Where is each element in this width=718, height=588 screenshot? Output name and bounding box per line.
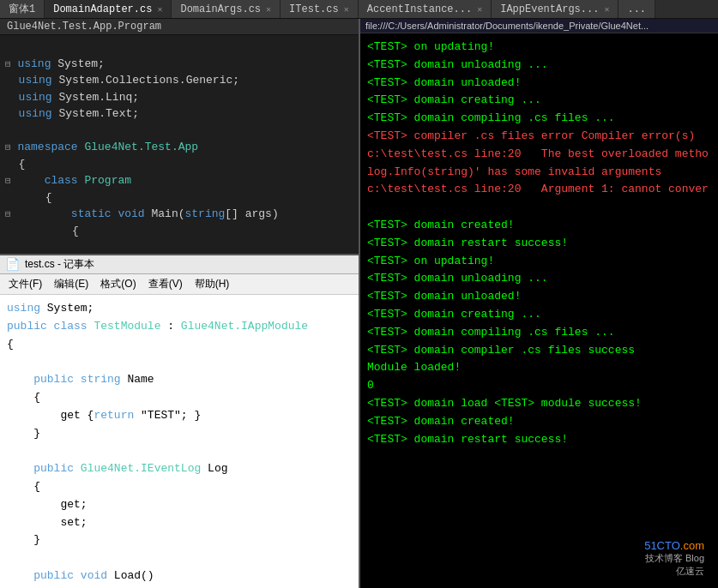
tab-iapp[interactable]: IAppEventArgs... ✕	[492, 0, 618, 18]
tab-label: ITest.cs	[289, 3, 339, 15]
menu-view[interactable]: 查看(V)	[143, 276, 188, 292]
menu-edit[interactable]: 编辑(E)	[49, 276, 94, 292]
watermark-tagline: 技术博客 Blog	[644, 552, 704, 565]
tab-label: ...	[627, 3, 646, 15]
notepad-menubar: 文件(F) 编辑(E) 格式(O) 查看(V) 帮助(H)	[0, 274, 359, 295]
editor-title-text: Glue4Net.Test.App.Program	[7, 21, 161, 33]
main-layout: Glue4Net.Test.App.Program ⊟ using System…	[0, 19, 718, 588]
tab-domain-args[interactable]: DomainArgs.cs ✕	[172, 0, 281, 18]
menu-help[interactable]: 帮助(H)	[190, 276, 235, 292]
watermark-brand: 亿速云	[644, 565, 704, 578]
tab-label: DomainAdapter.cs	[53, 3, 152, 15]
console-titlebar: file:///C:/Users/Administrator/Documents…	[360, 19, 718, 33]
notepad-section: 📄 test.cs - 记事本 文件(F) 编辑(E) 格式(O) 查看(V) …	[0, 254, 359, 588]
notepad-icon: 📄	[5, 257, 20, 272]
menu-file[interactable]: 文件(F)	[3, 276, 47, 292]
tab-close-icon[interactable]: ✕	[604, 4, 609, 15]
tab-more[interactable]: ...	[618, 0, 655, 18]
tab-bar: 窗体1 DomainAdapter.cs ✕ DomainArgs.cs ✕ I…	[0, 0, 718, 19]
tab-domain-adapter[interactable]: DomainAdapter.cs ✕	[45, 0, 172, 18]
console-output: <TEST> on updating! <TEST> domain unload…	[360, 33, 718, 588]
console-title: file:///C:/Users/Administrator/Documents…	[365, 21, 649, 31]
tab-close-icon[interactable]: ✕	[157, 4, 162, 15]
watermark-site: 51CTO.com	[644, 539, 704, 552]
tab-label: DomainArgs.cs	[180, 3, 261, 15]
watermark-com: .com	[680, 539, 704, 552]
editor-title: Glue4Net.Test.App.Program	[0, 19, 359, 35]
tab-label: 窗体1	[9, 2, 35, 16]
tab-itest[interactable]: ITest.cs ✕	[281, 0, 359, 18]
notepad-content[interactable]: using System; public class TestModule : …	[0, 295, 359, 588]
notepad-title: test.cs - 记事本	[25, 257, 94, 272]
watermark-51: 51CTO	[644, 539, 680, 552]
tab-close-icon[interactable]: ✕	[477, 4, 482, 15]
tab-accent[interactable]: AccentInstance... ✕	[359, 0, 492, 18]
menu-format[interactable]: 格式(O)	[95, 276, 141, 292]
tab-label: AccentInstance...	[367, 3, 472, 15]
right-panel: file:///C:/Users/Administrator/Documents…	[359, 19, 718, 588]
tab-close-icon[interactable]: ✕	[266, 4, 271, 15]
notepad-titlebar: 📄 test.cs - 记事本	[0, 255, 359, 274]
code-editor[interactable]: ⊟ using System; using System.Collections…	[0, 35, 359, 254]
tab-close-icon[interactable]: ✕	[344, 4, 349, 15]
tab-label: IAppEventArgs...	[500, 3, 599, 15]
watermark: 51CTO.com 技术博客 Blog 亿速云	[637, 536, 711, 581]
tab-window[interactable]: 窗体1	[0, 0, 45, 18]
left-panel: Glue4Net.Test.App.Program ⊟ using System…	[0, 19, 359, 588]
